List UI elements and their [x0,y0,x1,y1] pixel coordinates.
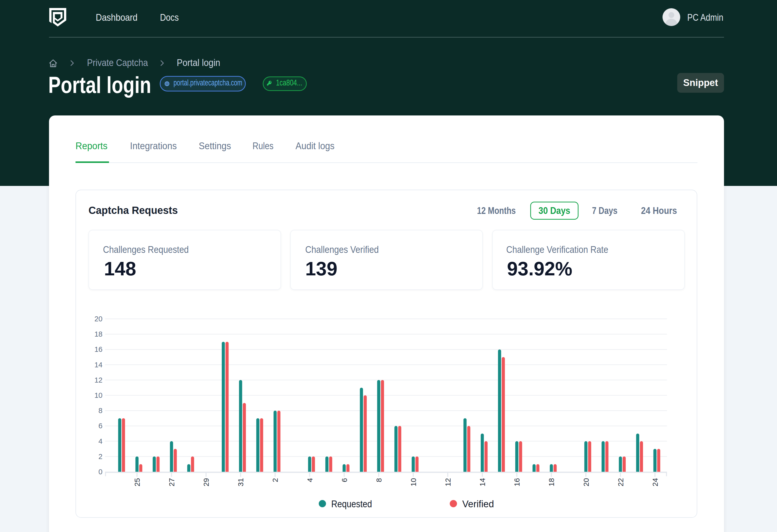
svg-text:4: 4 [306,478,314,482]
svg-text:18: 18 [95,330,103,338]
svg-text:10: 10 [409,478,418,486]
svg-text:16: 16 [513,478,521,486]
svg-text:29: 29 [202,478,210,486]
svg-text:2: 2 [271,478,279,482]
svg-text:0: 0 [99,468,103,476]
svg-text:25: 25 [133,478,141,486]
svg-text:6: 6 [99,422,103,430]
svg-text:14: 14 [95,361,103,369]
svg-text:24: 24 [651,478,659,486]
svg-text:10: 10 [95,391,103,399]
svg-text:14: 14 [478,478,486,486]
svg-text:4: 4 [99,437,103,445]
svg-text:2: 2 [99,452,103,460]
svg-text:27: 27 [168,478,176,486]
svg-text:22: 22 [617,478,625,486]
svg-text:12: 12 [444,478,452,486]
svg-text:31: 31 [236,478,245,486]
svg-text:12: 12 [95,376,103,384]
svg-text:20: 20 [582,478,590,486]
svg-text:6: 6 [340,478,348,482]
svg-text:8: 8 [99,407,103,415]
svg-text:20: 20 [95,315,103,323]
svg-text:18: 18 [547,478,555,486]
svg-text:16: 16 [95,345,103,353]
svg-text:8: 8 [375,478,383,482]
